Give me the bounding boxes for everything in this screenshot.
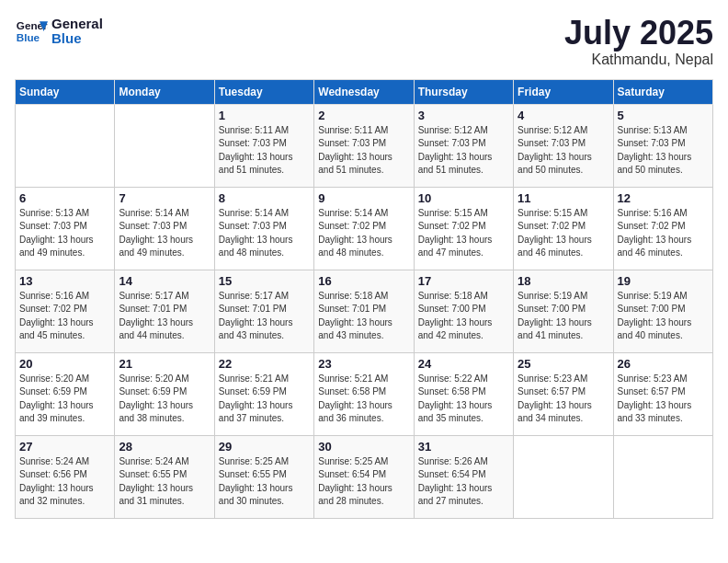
- logo-line1: General: [51, 17, 103, 32]
- logo-icon: General Blue: [15, 15, 48, 48]
- calendar-table: SundayMondayTuesdayWednesdayThursdayFrid…: [15, 79, 713, 519]
- day-number: 8: [219, 191, 310, 205]
- day-detail: Sunrise: 5:14 AMSunset: 7:03 PMDaylight:…: [219, 207, 310, 260]
- day-number: 23: [318, 357, 409, 371]
- day-cell: 13Sunrise: 5:16 AMSunset: 7:02 PMDayligh…: [16, 270, 115, 352]
- day-cell: 1Sunrise: 5:11 AMSunset: 7:03 PMDaylight…: [214, 104, 313, 187]
- day-cell: 6Sunrise: 5:13 AMSunset: 7:03 PMDaylight…: [16, 187, 115, 270]
- day-detail: Sunrise: 5:16 AMSunset: 7:02 PMDaylight:…: [19, 290, 110, 343]
- day-cell: 9Sunrise: 5:14 AMSunset: 7:02 PMDaylight…: [314, 187, 414, 270]
- day-detail: Sunrise: 5:13 AMSunset: 7:03 PMDaylight:…: [19, 207, 110, 260]
- week-row-4: 20Sunrise: 5:20 AMSunset: 6:59 PMDayligh…: [16, 352, 713, 435]
- header-cell-tuesday: Tuesday: [214, 79, 313, 104]
- header-cell-wednesday: Wednesday: [314, 79, 414, 104]
- day-cell: [115, 104, 214, 187]
- day-cell: [514, 435, 613, 518]
- day-detail: Sunrise: 5:23 AMSunset: 6:57 PMDaylight:…: [518, 373, 609, 426]
- day-detail: Sunrise: 5:24 AMSunset: 6:55 PMDaylight:…: [119, 455, 210, 509]
- day-detail: Sunrise: 5:21 AMSunset: 6:58 PMDaylight:…: [318, 373, 409, 426]
- day-cell: 16Sunrise: 5:18 AMSunset: 7:01 PMDayligh…: [314, 270, 414, 352]
- day-detail: Sunrise: 5:13 AMSunset: 7:03 PMDaylight:…: [618, 124, 709, 178]
- day-cell: 12Sunrise: 5:16 AMSunset: 7:02 PMDayligh…: [613, 187, 712, 270]
- header-cell-friday: Friday: [514, 79, 613, 104]
- day-number: 3: [418, 109, 509, 122]
- day-number: 18: [518, 274, 609, 288]
- month-title: July 2025: [564, 15, 713, 52]
- day-cell: 23Sunrise: 5:21 AMSunset: 6:58 PMDayligh…: [314, 352, 414, 435]
- header-cell-thursday: Thursday: [414, 79, 513, 104]
- day-cell: 11Sunrise: 5:15 AMSunset: 7:02 PMDayligh…: [514, 187, 613, 270]
- day-detail: Sunrise: 5:21 AMSunset: 6:59 PMDaylight:…: [219, 373, 310, 426]
- day-number: 11: [518, 191, 609, 205]
- header-cell-sunday: Sunday: [16, 79, 115, 104]
- day-detail: Sunrise: 5:16 AMSunset: 7:02 PMDaylight:…: [618, 207, 709, 260]
- day-cell: 20Sunrise: 5:20 AMSunset: 6:59 PMDayligh…: [16, 352, 115, 435]
- week-row-2: 6Sunrise: 5:13 AMSunset: 7:03 PMDaylight…: [16, 187, 713, 270]
- day-cell: [16, 104, 115, 187]
- day-cell: 17Sunrise: 5:18 AMSunset: 7:00 PMDayligh…: [414, 270, 513, 352]
- day-number: 22: [219, 357, 310, 371]
- day-number: 14: [119, 274, 210, 288]
- day-detail: Sunrise: 5:23 AMSunset: 6:57 PMDaylight:…: [618, 373, 709, 426]
- day-cell: 2Sunrise: 5:11 AMSunset: 7:03 PMDaylight…: [314, 104, 414, 187]
- day-cell: 19Sunrise: 5:19 AMSunset: 7:00 PMDayligh…: [613, 270, 712, 352]
- day-number: 16: [318, 274, 409, 288]
- day-detail: Sunrise: 5:24 AMSunset: 6:56 PMDaylight:…: [19, 455, 110, 509]
- day-detail: Sunrise: 5:14 AMSunset: 7:02 PMDaylight:…: [318, 207, 409, 260]
- day-number: 21: [119, 357, 210, 371]
- day-cell: 8Sunrise: 5:14 AMSunset: 7:03 PMDaylight…: [214, 187, 313, 270]
- day-cell: 30Sunrise: 5:25 AMSunset: 6:54 PMDayligh…: [314, 435, 414, 518]
- day-cell: [613, 435, 712, 518]
- day-detail: Sunrise: 5:14 AMSunset: 7:03 PMDaylight:…: [119, 207, 210, 260]
- location: Kathmandu, Nepal: [564, 52, 713, 68]
- day-cell: 25Sunrise: 5:23 AMSunset: 6:57 PMDayligh…: [514, 352, 613, 435]
- day-number: 4: [518, 109, 609, 122]
- day-number: 29: [219, 440, 310, 454]
- day-number: 7: [119, 191, 210, 205]
- day-detail: Sunrise: 5:11 AMSunset: 7:03 PMDaylight:…: [318, 124, 409, 178]
- week-row-5: 27Sunrise: 5:24 AMSunset: 6:56 PMDayligh…: [16, 435, 713, 518]
- header-row: SundayMondayTuesdayWednesdayThursdayFrid…: [16, 79, 713, 104]
- day-number: 17: [418, 274, 509, 288]
- day-detail: Sunrise: 5:22 AMSunset: 6:58 PMDaylight:…: [418, 373, 509, 426]
- day-number: 1: [219, 109, 310, 122]
- day-cell: 24Sunrise: 5:22 AMSunset: 6:58 PMDayligh…: [414, 352, 513, 435]
- day-number: 20: [19, 357, 110, 371]
- day-cell: 21Sunrise: 5:20 AMSunset: 6:59 PMDayligh…: [115, 352, 214, 435]
- day-number: 27: [19, 440, 110, 454]
- day-cell: 22Sunrise: 5:21 AMSunset: 6:59 PMDayligh…: [214, 352, 313, 435]
- title-block: July 2025 Kathmandu, Nepal: [564, 15, 713, 68]
- day-cell: 29Sunrise: 5:25 AMSunset: 6:55 PMDayligh…: [214, 435, 313, 518]
- header-cell-saturday: Saturday: [613, 79, 712, 104]
- day-number: 30: [318, 440, 409, 454]
- day-number: 31: [418, 440, 509, 454]
- day-detail: Sunrise: 5:19 AMSunset: 7:00 PMDaylight:…: [518, 290, 609, 343]
- day-number: 15: [219, 274, 310, 288]
- day-number: 19: [618, 274, 709, 288]
- day-number: 24: [418, 357, 509, 371]
- day-number: 25: [518, 357, 609, 371]
- day-number: 9: [318, 191, 409, 205]
- day-number: 10: [418, 191, 509, 205]
- day-detail: Sunrise: 5:17 AMSunset: 7:01 PMDaylight:…: [219, 290, 310, 343]
- day-cell: 10Sunrise: 5:15 AMSunset: 7:02 PMDayligh…: [414, 187, 513, 270]
- day-cell: 14Sunrise: 5:17 AMSunset: 7:01 PMDayligh…: [115, 270, 214, 352]
- day-detail: Sunrise: 5:17 AMSunset: 7:01 PMDaylight:…: [119, 290, 210, 343]
- day-cell: 31Sunrise: 5:26 AMSunset: 6:54 PMDayligh…: [414, 435, 513, 518]
- day-cell: 4Sunrise: 5:12 AMSunset: 7:03 PMDaylight…: [514, 104, 613, 187]
- header-cell-monday: Monday: [115, 79, 214, 104]
- day-detail: Sunrise: 5:20 AMSunset: 6:59 PMDaylight:…: [119, 373, 210, 426]
- day-number: 2: [318, 109, 409, 122]
- day-number: 5: [618, 109, 709, 122]
- day-detail: Sunrise: 5:18 AMSunset: 7:00 PMDaylight:…: [418, 290, 509, 343]
- day-number: 28: [119, 440, 210, 454]
- day-cell: 28Sunrise: 5:24 AMSunset: 6:55 PMDayligh…: [115, 435, 214, 518]
- day-number: 6: [19, 191, 110, 205]
- day-detail: Sunrise: 5:12 AMSunset: 7:03 PMDaylight:…: [418, 124, 509, 178]
- day-detail: Sunrise: 5:26 AMSunset: 6:54 PMDaylight:…: [418, 455, 509, 509]
- day-number: 13: [19, 274, 110, 288]
- day-detail: Sunrise: 5:11 AMSunset: 7:03 PMDaylight:…: [219, 124, 310, 178]
- day-detail: Sunrise: 5:25 AMSunset: 6:55 PMDaylight:…: [219, 455, 310, 509]
- day-detail: Sunrise: 5:19 AMSunset: 7:00 PMDaylight:…: [618, 290, 709, 343]
- day-cell: 27Sunrise: 5:24 AMSunset: 6:56 PMDayligh…: [16, 435, 115, 518]
